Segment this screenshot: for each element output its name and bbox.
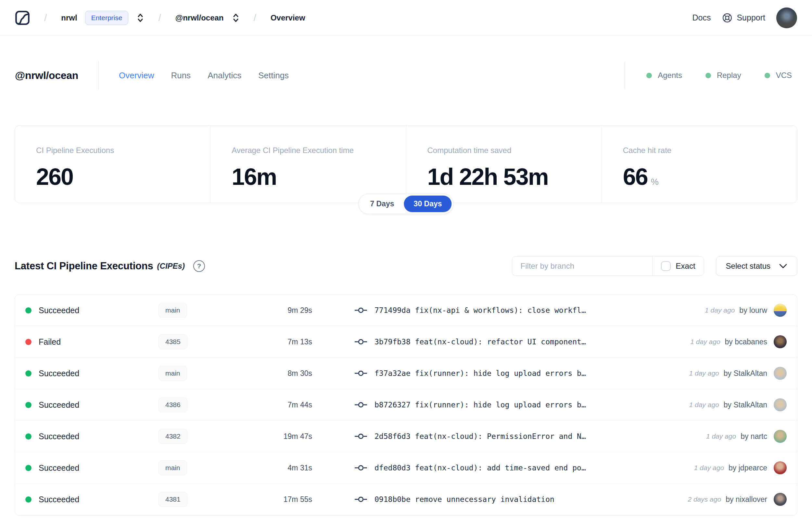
cipe-table: Succeeded main 9m 29s 771499da fix(nx-ap… bbox=[15, 294, 797, 515]
run-status-dot-icon bbox=[25, 308, 31, 314]
support-link[interactable]: Support bbox=[722, 12, 765, 24]
user-avatar[interactable] bbox=[776, 7, 797, 28]
workspace-tabs: Overview Runs Analytics Settings bbox=[119, 71, 289, 80]
author: by jdpearce bbox=[729, 464, 767, 472]
run-status-dot-icon bbox=[25, 465, 31, 471]
run-status-label: Succeeded bbox=[39, 369, 79, 378]
git-commit-icon bbox=[354, 370, 367, 377]
tab-overview[interactable]: Overview bbox=[119, 71, 154, 80]
divider bbox=[98, 61, 99, 90]
branch-chip[interactable]: main bbox=[158, 366, 187, 381]
exact-checkbox[interactable] bbox=[661, 261, 671, 271]
author-avatar[interactable] bbox=[774, 493, 787, 506]
branch-filter-input[interactable] bbox=[512, 257, 652, 275]
cipe-row[interactable]: Succeeded 4381 17m 55s 0918b0be remove u… bbox=[15, 484, 797, 515]
git-commit-icon bbox=[354, 496, 367, 503]
run-duration: 17m 55s bbox=[235, 495, 313, 504]
breadcrumb-page: Overview bbox=[271, 13, 305, 22]
tab-analytics[interactable]: Analytics bbox=[208, 71, 241, 80]
git-commit-icon bbox=[354, 401, 367, 408]
stat-ci-pipeline-executions: CI Pipeline Executions 260 bbox=[15, 126, 210, 203]
run-duration: 9m 29s bbox=[235, 306, 313, 315]
time-ago: 1 day ago bbox=[689, 401, 719, 409]
branch-chip[interactable]: main bbox=[158, 303, 187, 318]
cipes-title-suffix: (CIPEs) bbox=[157, 261, 185, 271]
commit-message[interactable]: b8726327 fix(runner): hide log upload er… bbox=[374, 401, 586, 409]
range-7-days-button[interactable]: 7 Days bbox=[360, 196, 404, 212]
breadcrumb-org[interactable]: nrwl bbox=[61, 13, 77, 22]
git-commit-icon bbox=[354, 307, 367, 314]
branch-chip[interactable]: 4381 bbox=[158, 492, 187, 507]
run-duration: 8m 30s bbox=[235, 369, 313, 378]
connection-agents[interactable]: Agents bbox=[646, 71, 682, 80]
docs-link[interactable]: Docs bbox=[692, 13, 711, 22]
breadcrumb: / nrwl Enterprise / @nrwl/ocean / Overvi… bbox=[15, 10, 305, 25]
run-duration: 4m 31s bbox=[235, 464, 313, 472]
time-ago: 1 day ago bbox=[690, 338, 720, 346]
cipe-row[interactable]: Succeeded main 9m 29s 771499da fix(nx-ap… bbox=[15, 295, 797, 326]
commit-message[interactable]: f37a32ae fix(runner): hide log upload er… bbox=[374, 369, 586, 377]
stat-cache-hit-rate: Cache hit rate 66% bbox=[601, 126, 797, 203]
workspace-title: @nrwl/ocean bbox=[15, 70, 78, 81]
tab-runs[interactable]: Runs bbox=[171, 71, 191, 80]
branch-chip[interactable]: 4382 bbox=[158, 429, 187, 444]
branch-filter-group: Exact bbox=[512, 256, 704, 276]
help-icon[interactable]: ? bbox=[193, 260, 205, 272]
author-avatar[interactable] bbox=[774, 461, 787, 474]
branch-chip[interactable]: 4386 bbox=[158, 397, 187, 412]
connection-vcs[interactable]: VCS bbox=[765, 71, 792, 80]
nx-cloud-logo-icon[interactable] bbox=[15, 10, 30, 25]
author-avatar[interactable] bbox=[774, 398, 787, 411]
commit-message[interactable]: 3b79fb38 feat(nx-cloud): refactor UI com… bbox=[374, 338, 586, 346]
commit-message[interactable]: 771499da fix(nx-api & workflows): close … bbox=[374, 306, 586, 314]
cipe-row[interactable]: Succeeded 4386 7m 44s b8726327 fix(runne… bbox=[15, 389, 797, 421]
author-avatar[interactable] bbox=[774, 335, 787, 348]
cipe-row[interactable]: Succeeded main 4m 31s dfed80d3 feat(nx-c… bbox=[15, 452, 797, 484]
divider bbox=[625, 61, 625, 90]
run-status-dot-icon bbox=[25, 370, 31, 376]
time-ago: 1 day ago bbox=[705, 306, 735, 314]
status-dot-icon bbox=[765, 73, 770, 78]
breadcrumb-separator: / bbox=[40, 12, 51, 24]
time-ago: 1 day ago bbox=[706, 432, 736, 440]
lifebuoy-icon bbox=[722, 12, 733, 24]
cipes-section-header: Latest CI Pipeline Executions (CIPEs) ? … bbox=[15, 256, 797, 276]
status-dot-icon bbox=[705, 73, 711, 78]
run-duration: 7m 13s bbox=[235, 338, 313, 346]
org-switcher-chevrons-icon[interactable] bbox=[137, 12, 144, 24]
connection-replay[interactable]: Replay bbox=[705, 71, 741, 80]
run-duration: 19m 47s bbox=[235, 432, 313, 441]
tab-settings[interactable]: Settings bbox=[258, 71, 289, 80]
git-commit-icon bbox=[354, 433, 367, 440]
commit-message[interactable]: 2d58f6d3 feat(nx-cloud): PermissionError… bbox=[374, 432, 586, 440]
status-select-dropdown[interactable]: Select status bbox=[716, 256, 797, 276]
date-range-toggle: 7 Days 30 Days bbox=[358, 194, 454, 214]
cipe-row[interactable]: Failed 4385 7m 13s 3b79fb38 feat(nx-clou… bbox=[15, 326, 797, 358]
support-label: Support bbox=[737, 13, 765, 22]
status-dot-icon bbox=[646, 73, 652, 78]
workspace-switcher-chevrons-icon[interactable] bbox=[232, 12, 240, 24]
breadcrumb-workspace[interactable]: @nrwl/ocean bbox=[175, 13, 224, 22]
chevron-down-icon bbox=[779, 264, 787, 269]
run-status-dot-icon bbox=[25, 433, 31, 439]
branch-chip[interactable]: main bbox=[158, 460, 187, 475]
run-status-dot-icon bbox=[25, 339, 31, 345]
run-status-dot-icon bbox=[25, 402, 31, 408]
stats-card: CI Pipeline Executions 260 Average CI Pi… bbox=[15, 125, 797, 203]
cipe-row[interactable]: Succeeded main 8m 30s f37a32ae fix(runne… bbox=[15, 358, 797, 389]
git-commit-icon bbox=[354, 338, 367, 345]
top-header: / nrwl Enterprise / @nrwl/ocean / Overvi… bbox=[0, 0, 812, 36]
percent-suffix: % bbox=[651, 177, 659, 187]
run-status-label: Succeeded bbox=[39, 495, 79, 504]
branch-chip[interactable]: 4385 bbox=[158, 334, 187, 349]
commit-message[interactable]: dfed80d3 feat(nx-cloud): add time-saved … bbox=[374, 464, 586, 472]
author-avatar[interactable] bbox=[774, 304, 787, 317]
range-30-days-button[interactable]: 30 Days bbox=[404, 196, 452, 212]
author-avatar[interactable] bbox=[774, 430, 787, 443]
cipe-row[interactable]: Succeeded 4382 19m 47s 2d58f6d3 feat(nx-… bbox=[15, 421, 797, 452]
time-ago: 1 day ago bbox=[694, 464, 724, 472]
commit-message[interactable]: 0918b0be remove unnecessary invalidation bbox=[374, 495, 554, 504]
exact-label: Exact bbox=[676, 261, 695, 271]
stat-average-execution-time: Average CI Pipeline Execution time 16m bbox=[210, 126, 406, 203]
author-avatar[interactable] bbox=[774, 367, 787, 380]
